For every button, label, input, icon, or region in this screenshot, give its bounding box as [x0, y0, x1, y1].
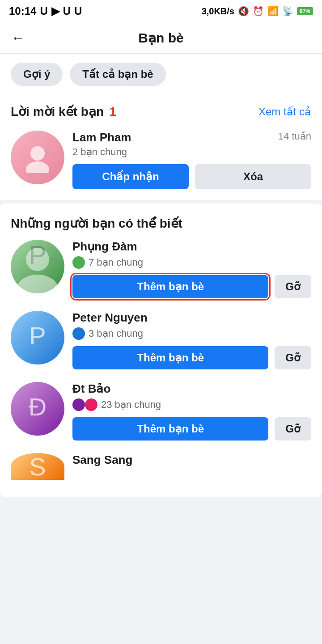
mutual-avatar-icon-3b	[85, 398, 97, 411]
alarm-icon: ⏰	[253, 6, 264, 17]
mute-icon: 🔇	[238, 6, 249, 17]
status-icon-u: U	[40, 5, 47, 17]
wifi-icon: 📡	[282, 6, 293, 17]
status-right: 3,0KB/s 🔇 ⏰ 📶 📡 97%	[202, 6, 313, 17]
suggestion-item-2: P Peter Nguyen 3 bạn chung Thêm bạn bè G…	[11, 311, 311, 369]
requests-title: Lời mời kết bạn	[11, 105, 104, 119]
suggestion-info-2: Peter Nguyen 3 bạn chung Thêm bạn bè Gỡ	[72, 311, 311, 369]
svg-text:S: S	[29, 453, 46, 480]
suggestion-avatar-4: S	[11, 453, 64, 480]
remove-button-2[interactable]: Gỡ	[275, 346, 311, 369]
mutual-avatar-icon-2	[72, 327, 85, 340]
suggestion-name-4: Sang Sang	[72, 453, 311, 467]
status-icon-u2: U	[63, 5, 71, 17]
suggestion-avatar-2: P	[11, 311, 64, 364]
requester-name: Lam Pham	[72, 131, 131, 144]
back-button[interactable]: ←	[11, 30, 25, 46]
status-time: 10:14	[9, 5, 36, 17]
suggestion-actions-3: Thêm bạn bè Gỡ	[72, 417, 311, 441]
requester-name-row: Lam Pham 14 tuần	[72, 131, 311, 144]
suggestion-item-4: S Sang Sang	[11, 453, 311, 484]
add-friend-button-1[interactable]: Thêm bạn bè	[72, 275, 268, 298]
suggestion-name-1: Phụng Đàm	[72, 240, 311, 254]
friend-requests-section: Lời mời kết bạn 1 Xem tất cả	[0, 95, 322, 123]
see-all-link[interactable]: Xem tất cả	[258, 106, 311, 118]
suggestion-info-4: Sang Sang	[72, 453, 311, 470]
battery-indicator: 97%	[297, 7, 313, 15]
add-friend-button-2[interactable]: Thêm bạn bè	[72, 346, 268, 369]
status-icon-u3: U	[74, 5, 82, 17]
top-nav: ← Bạn bè	[0, 22, 322, 54]
status-bar: 10:14 U ▶ U U 3,0KB/s 🔇 ⏰ 📶 📡 97%	[0, 0, 322, 22]
suggestion-avatar-3: Đ	[11, 382, 64, 436]
requester-actions: Chấp nhận Xóa	[72, 164, 311, 189]
requests-count: 1	[109, 105, 116, 119]
page-title: Bạn bè	[138, 30, 183, 46]
requester-info: Lam Pham 14 tuần 2 bạn chung Chấp nhận X…	[72, 131, 311, 189]
svg-text:P: P	[29, 240, 47, 270]
suggestion-name-2: Peter Nguyen	[72, 311, 311, 325]
mutual-text-1: 7 bạn chung	[89, 257, 143, 268]
status-left: 10:14 U ▶ U U	[9, 5, 82, 17]
mutual-row-2: 3 bạn chung	[72, 327, 311, 340]
tab-suggestions[interactable]: Gợi ý	[11, 63, 63, 86]
delete-button[interactable]: Xóa	[195, 164, 311, 189]
requester-mutual: 2 bạn chung	[72, 146, 311, 158]
requester-time: 14 tuần	[278, 131, 311, 142]
svg-point-3	[17, 275, 58, 293]
mutual-text-2: 3 bạn chung	[89, 328, 143, 339]
filter-tabs: Gợi ý Tất cả bạn bè	[0, 54, 322, 95]
suggestion-actions-1: Thêm bạn bè Gỡ	[72, 275, 311, 298]
mutual-avatar-icon-3a	[72, 398, 85, 411]
suggestions-section: Những người bạn có thể biết P Phụng Đàm …	[0, 203, 322, 497]
suggestion-name-3: Đt Bảo	[72, 382, 311, 396]
svg-point-0	[30, 146, 45, 161]
svg-text:P: P	[29, 322, 46, 350]
remove-button-1[interactable]: Gỡ	[275, 275, 311, 298]
accept-button[interactable]: Chấp nhận	[72, 164, 189, 189]
suggestion-item-3: Đ Đt Bảo 23 bạn chung Thêm bạn bè Gỡ	[11, 382, 311, 441]
mutual-row-3: 23 bạn chung	[72, 398, 311, 411]
suggestion-actions-2: Thêm bạn bè Gỡ	[72, 346, 311, 369]
svg-text:Đ: Đ	[29, 393, 47, 421]
remove-button-3[interactable]: Gỡ	[275, 417, 311, 441]
add-friend-button-3[interactable]: Thêm bạn bè	[72, 417, 268, 441]
section-title-row: Lời mời kết bạn 1	[11, 104, 116, 119]
suggestions-title: Những người bạn có thể biết	[11, 216, 311, 231]
suggestion-avatar-1: P	[11, 240, 64, 293]
requester-avatar	[11, 131, 64, 184]
friend-request-card: Lam Pham 14 tuần 2 bạn chung Chấp nhận X…	[0, 123, 322, 203]
suggestion-info-1: Phụng Đàm 7 bạn chung Thêm bạn bè Gỡ	[72, 240, 311, 298]
mutual-text-3: 23 bạn chung	[101, 399, 161, 411]
status-icon-play: ▶	[51, 5, 59, 17]
svg-point-1	[26, 161, 49, 173]
network-speed: 3,0KB/s	[202, 6, 234, 17]
tab-all-friends[interactable]: Tất cả bạn bè	[70, 63, 165, 86]
suggestion-item-1: P Phụng Đàm 7 bạn chung Thêm bạn bè Gỡ	[11, 240, 311, 298]
mutual-row-1: 7 bạn chung	[72, 256, 311, 269]
mutual-avatar-icon-1	[72, 256, 85, 269]
signal-icon: 📶	[267, 6, 279, 17]
suggestion-info-3: Đt Bảo 23 bạn chung Thêm bạn bè Gỡ	[72, 382, 311, 441]
